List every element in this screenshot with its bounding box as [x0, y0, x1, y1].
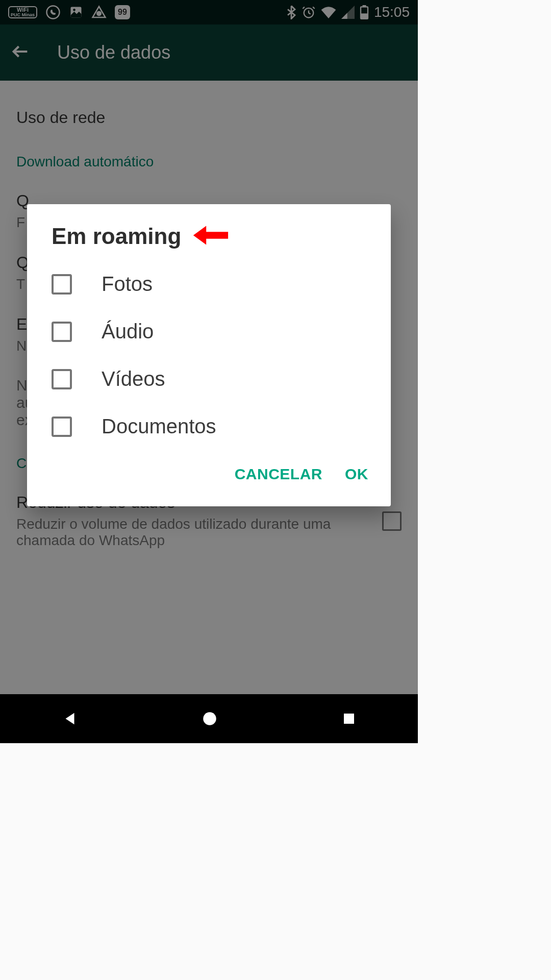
checkbox-videos[interactable]: [52, 369, 72, 389]
dialog-option-audio[interactable]: Áudio: [27, 308, 391, 355]
svg-rect-9: [344, 714, 354, 724]
nav-back-button[interactable]: [61, 710, 79, 727]
dialog-option-documentos[interactable]: Documentos: [27, 403, 391, 450]
nav-recent-button[interactable]: [341, 711, 357, 726]
option-label-fotos: Fotos: [102, 273, 153, 296]
roaming-dialog: Em roaming Fotos Áudio Vídeos Documentos…: [27, 204, 391, 506]
option-label-videos: Vídeos: [102, 368, 165, 390]
navigation-bar: [0, 694, 418, 743]
option-label-audio: Áudio: [102, 320, 154, 343]
checkbox-documentos[interactable]: [52, 416, 72, 437]
dialog-option-videos[interactable]: Vídeos: [27, 355, 391, 403]
svg-point-8: [204, 712, 217, 725]
nav-home-button[interactable]: [201, 710, 218, 727]
cancel-button[interactable]: CANCELAR: [235, 465, 322, 483]
annotation-arrow-icon: [190, 223, 230, 250]
checkbox-fotos[interactable]: [52, 274, 72, 295]
ok-button[interactable]: OK: [345, 465, 368, 483]
dialog-option-fotos[interactable]: Fotos: [27, 260, 391, 308]
option-label-documentos: Documentos: [102, 415, 216, 438]
checkbox-audio[interactable]: [52, 322, 72, 342]
dialog-title: Em roaming: [52, 224, 181, 249]
